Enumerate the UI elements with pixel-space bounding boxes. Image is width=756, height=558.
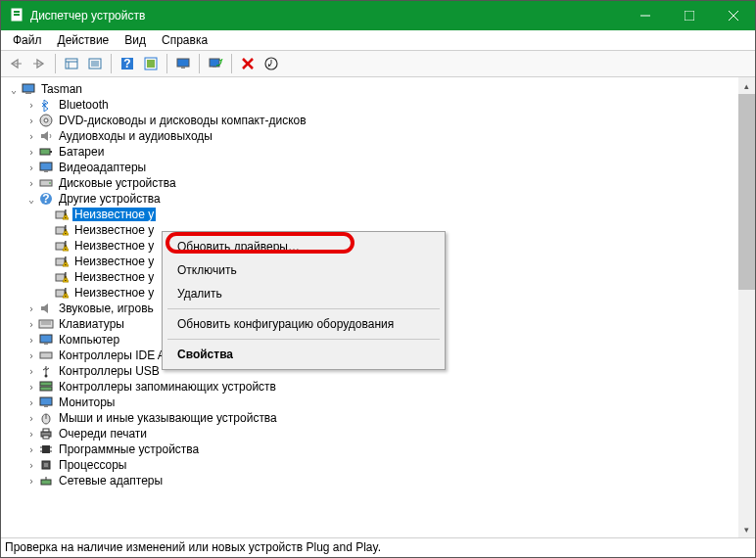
context-disable[interactable]: Отключить	[165, 258, 442, 282]
tree-item-battery[interactable]: ›Батареи	[5, 144, 738, 160]
properties-button[interactable]	[84, 53, 106, 74]
svg-rect-66	[43, 436, 49, 439]
window-title: Диспетчер устройств	[30, 9, 623, 23]
forward-button[interactable]	[28, 53, 50, 74]
expand-icon[interactable]: ›	[24, 458, 38, 472]
tree-item-mouse[interactable]: ›Мыши и иные указывающие устройства	[5, 410, 738, 426]
expand-icon[interactable]: ›	[24, 145, 38, 159]
expand-icon[interactable]: ›	[24, 349, 38, 362]
tree-item-cpu[interactable]: ›Процессоры	[5, 457, 738, 473]
expand-icon[interactable]: ›	[24, 176, 38, 190]
context-properties[interactable]: Свойства	[165, 343, 442, 366]
expand-icon[interactable]: ›	[24, 302, 38, 315]
svg-text:!: !	[64, 270, 67, 284]
context-delete[interactable]: Удалить	[165, 282, 442, 305]
svg-rect-59	[40, 387, 52, 391]
collapse-icon[interactable]: ⌄	[7, 82, 21, 96]
status-bar: Проверка на наличие изменений или новых …	[1, 537, 755, 557]
svg-point-57	[45, 375, 48, 378]
tree-item-audio[interactable]: ›Аудиовходы и аудиовыходы	[5, 128, 738, 144]
scroll-up-button[interactable]: ▴	[738, 77, 755, 94]
cpu-icon	[38, 457, 54, 473]
svg-rect-2	[14, 14, 20, 16]
expand-icon[interactable]: ›	[24, 129, 38, 143]
expand-icon[interactable]: ›	[24, 474, 38, 488]
context-separator	[167, 339, 440, 340]
svg-rect-73	[44, 463, 48, 467]
svg-text:!: !	[64, 239, 67, 253]
tree-label: Контроллеры запоминающих устройств	[57, 380, 278, 394]
expand-icon[interactable]: ›	[24, 317, 38, 331]
svg-rect-32	[50, 151, 52, 153]
context-update-drivers[interactable]: Обновить драйверы…	[165, 235, 442, 258]
tree-item-printq[interactable]: ›Очереди печати	[5, 426, 738, 442]
expand-icon[interactable]: ›	[24, 114, 38, 127]
svg-rect-56	[40, 352, 52, 358]
minimize-button[interactable]	[623, 1, 667, 30]
toolbar-icon[interactable]	[140, 53, 162, 74]
network-icon	[38, 473, 54, 488]
tree-label: Батареи	[57, 145, 106, 159]
help-button[interactable]: ?	[117, 53, 138, 74]
expand-icon[interactable]: ›	[24, 395, 38, 409]
speaker-icon	[38, 128, 54, 144]
toolbar-separator	[166, 54, 167, 73]
tree-label: Мыши и иные указывающие устройства	[57, 411, 279, 425]
close-button[interactable]	[711, 1, 755, 30]
menu-help[interactable]: Справка	[154, 31, 215, 49]
computer-icon	[21, 81, 36, 97]
monitor-icon[interactable]	[172, 53, 194, 74]
toolbar-separator	[111, 54, 112, 73]
update-icon[interactable]	[260, 53, 282, 74]
speaker-icon	[38, 301, 54, 316]
scroll-down-button[interactable]: ▾	[738, 521, 755, 537]
tree-item-disk[interactable]: ›Дисковые устройства	[5, 175, 738, 191]
tree-label: Видеоадаптеры	[57, 161, 148, 174]
maximize-button[interactable]	[667, 1, 711, 30]
tree-label: Очереди печати	[57, 427, 149, 441]
tree-label: Мониторы	[57, 395, 117, 409]
expand-icon[interactable]: ›	[24, 333, 38, 347]
mouse-icon	[38, 410, 54, 426]
expand-icon[interactable]: ›	[24, 380, 38, 394]
tree-item-monitor[interactable]: ›Мониторы	[5, 395, 738, 410]
menu-action[interactable]: Действие	[50, 31, 118, 49]
tree-label: Программные устройства	[57, 442, 201, 456]
tree-item-other[interactable]: ⌄?Другие устройства	[5, 191, 738, 207]
tree-item-net[interactable]: ›Сетевые адаптеры	[5, 473, 738, 488]
warning-icon: !	[54, 222, 70, 238]
back-button[interactable]	[5, 53, 26, 74]
show-hidden-button[interactable]	[61, 53, 82, 74]
expand-icon[interactable]: ›	[24, 411, 38, 425]
collapse-icon[interactable]: ⌄	[24, 192, 38, 206]
storage-icon	[38, 379, 54, 395]
menu-view[interactable]: Вид	[117, 31, 154, 49]
tree-item-software[interactable]: ›Программные устройства	[5, 442, 738, 457]
delete-icon[interactable]	[237, 53, 259, 74]
expand-icon[interactable]: ›	[24, 427, 38, 441]
tree-item-unknown[interactable]: !Неизвестное у	[5, 207, 738, 222]
tree-label: Дисковые устройства	[57, 176, 178, 190]
scroll-track[interactable]	[738, 94, 755, 521]
question-icon: ?	[38, 191, 54, 207]
tree-label: Неизвестное у	[72, 270, 156, 284]
menu-file[interactable]: Файл	[5, 31, 50, 49]
expand-icon[interactable]: ›	[24, 364, 38, 378]
toolbar: ?	[1, 50, 755, 77]
svg-rect-55	[44, 343, 48, 345]
expand-icon[interactable]: ›	[24, 442, 38, 456]
vertical-scrollbar[interactable]: ▴ ▾	[738, 77, 755, 537]
svg-rect-28	[25, 92, 31, 94]
context-refresh-config[interactable]: Обновить конфигурацию оборудования	[165, 312, 442, 336]
tree-item-video[interactable]: ›Видеоадаптеры	[5, 160, 738, 175]
svg-rect-31	[40, 149, 50, 155]
expand-icon[interactable]: ›	[24, 98, 38, 112]
tree-root[interactable]: ⌄ Tasman	[5, 81, 738, 97]
scan-icon[interactable]	[205, 53, 226, 74]
tree-item-storage[interactable]: ›Контроллеры запоминающих устройств	[5, 379, 738, 395]
expand-icon[interactable]: ›	[24, 161, 38, 174]
scroll-thumb[interactable]	[738, 94, 755, 290]
tree-item-dvd[interactable]: ›DVD-дисководы и дисководы компакт-диско…	[5, 113, 738, 128]
tree-item-bluetooth[interactable]: ›Bluetooth	[5, 97, 738, 113]
battery-icon	[38, 144, 54, 160]
